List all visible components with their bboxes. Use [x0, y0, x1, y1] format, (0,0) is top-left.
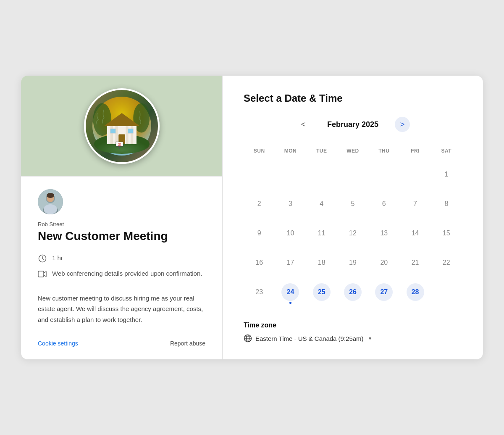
- calendar-day-13: 13: [368, 219, 399, 247]
- svg-rect-14: [119, 146, 120, 149]
- calendar-weeks: 1234567891011121314151617181920212223242…: [244, 161, 462, 309]
- calendar-day-3: 3: [275, 190, 306, 218]
- calendar-grid: SUN MON TUE WED THU FRI SAT 123456789101…: [244, 145, 462, 309]
- calendar-day-25[interactable]: 25: [306, 278, 337, 309]
- calendar-day-19: 19: [337, 249, 368, 277]
- meeting-title: New Customer Meeting: [38, 229, 205, 243]
- month-label: February 2025: [319, 120, 386, 129]
- calendar-day-28[interactable]: 28: [399, 278, 430, 309]
- svg-rect-24: [38, 271, 44, 277]
- day-header-thu: THU: [368, 145, 399, 157]
- calendar-day-23: 23: [244, 278, 275, 309]
- calendar-day-5: 5: [337, 190, 368, 218]
- hero-image: FOR SALE: [21, 76, 222, 177]
- next-month-button[interactable]: >: [395, 117, 410, 132]
- left-panel: FOR SALE: [21, 76, 223, 359]
- hero-circle: FOR SALE: [84, 88, 160, 164]
- day-headers: SUN MON TUE WED THU FRI SAT: [244, 145, 462, 157]
- calendar-day-empty: [431, 278, 462, 309]
- timezone-dropdown-arrow: ▾: [369, 335, 371, 341]
- video-icon: [38, 269, 47, 279]
- svg-rect-12: [128, 129, 133, 133]
- clock-icon: [38, 254, 47, 263]
- prev-month-button[interactable]: <: [296, 117, 311, 132]
- video-text: Web conferencing details provided upon c…: [52, 269, 202, 279]
- duration-row: 1 hr: [38, 253, 205, 263]
- report-abuse-link[interactable]: Report abuse: [170, 340, 205, 347]
- timezone-section: Time zone Eastern Time - US & Canada (9:…: [244, 322, 462, 343]
- svg-point-20: [44, 204, 57, 214]
- calendar-day-empty: [337, 161, 368, 188]
- footer-links: Cookie settings Report abuse: [38, 327, 205, 347]
- cookie-settings-link[interactable]: Cookie settings: [38, 340, 78, 347]
- svg-point-22: [47, 193, 54, 198]
- calendar-day-27[interactable]: 27: [368, 278, 399, 309]
- svg-rect-11: [110, 129, 115, 133]
- calendar-nav: < February 2025 >: [244, 117, 462, 132]
- timezone-label: Time zone: [244, 322, 462, 329]
- calendar-day-7: 7: [399, 190, 430, 218]
- day-header-wed: WED: [337, 145, 368, 157]
- calendar-day-14: 14: [399, 219, 430, 247]
- duration-text: 1 hr: [52, 253, 63, 263]
- video-row: Web conferencing details provided upon c…: [38, 269, 205, 279]
- calendar-day-empty: [275, 161, 306, 188]
- calendar-day-17: 17: [275, 249, 306, 277]
- calendar-day-10: 10: [275, 219, 306, 247]
- calendar-day-empty: [399, 161, 430, 188]
- timezone-text: Eastern Time - US & Canada (9:25am): [255, 335, 364, 342]
- calendar-week-1: 2345678: [244, 190, 462, 218]
- calendar-day-9: 9: [244, 219, 275, 247]
- calendar-day-11: 11: [306, 219, 337, 247]
- calendar-day-24[interactable]: 24: [275, 278, 306, 309]
- calendar-day-15: 15: [431, 219, 462, 247]
- day-header-fri: FRI: [399, 145, 430, 157]
- calendar-day-4: 4: [306, 190, 337, 218]
- host-name: Rob Street: [38, 221, 205, 227]
- description: New customer meeting to discuss hiring m…: [38, 293, 205, 325]
- main-container: FOR SALE: [21, 76, 483, 359]
- calendar-day-18: 18: [306, 249, 337, 277]
- calendar-week-4: 232425262728: [244, 278, 462, 309]
- calendar-day-empty: [368, 161, 399, 188]
- avatar-row: [38, 189, 205, 214]
- calendar-day-1: 1: [431, 161, 462, 188]
- calendar-day-22: 22: [431, 249, 462, 277]
- panel-title: Select a Date & Time: [244, 92, 462, 104]
- calendar-day-empty: [306, 161, 337, 188]
- timezone-row[interactable]: Eastern Time - US & Canada (9:25am) ▾: [244, 334, 462, 343]
- calendar-day-8: 8: [431, 190, 462, 218]
- calendar-day-12: 12: [337, 219, 368, 247]
- calendar-week-0: 1: [244, 161, 462, 188]
- day-header-sun: SUN: [244, 145, 275, 157]
- day-header-mon: MON: [275, 145, 306, 157]
- calendar-day-2: 2: [244, 190, 275, 218]
- day-header-sat: SAT: [431, 145, 462, 157]
- calendar-week-2: 9101112131415: [244, 219, 462, 247]
- day-header-tue: TUE: [306, 145, 337, 157]
- calendar-day-21: 21: [399, 249, 430, 277]
- calendar-day-empty: [244, 161, 275, 188]
- calendar-day-16: 16: [244, 249, 275, 277]
- right-panel: Select a Date & Time < February 2025 > S…: [223, 76, 483, 359]
- info-section: Rob Street New Customer Meeting 1 hr: [21, 177, 222, 359]
- calendar-day-6: 6: [368, 190, 399, 218]
- calendar-week-3: 16171819202122: [244, 249, 462, 277]
- globe-icon: [244, 334, 252, 343]
- svg-text:SALE: SALE: [118, 145, 121, 146]
- calendar-day-26[interactable]: 26: [337, 278, 368, 309]
- avatar: [38, 189, 63, 214]
- calendar-day-20: 20: [368, 249, 399, 277]
